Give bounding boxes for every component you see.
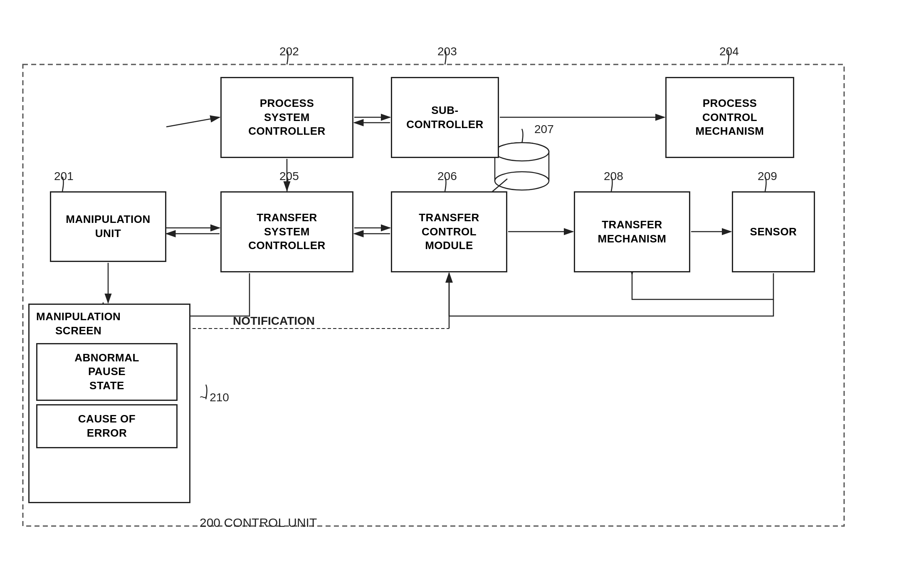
transfer-control-module-box: TRANSFERCONTROLMODULE [391,191,507,272]
ref-207: 207 [534,123,554,136]
transfer-mechanism-label: TRANSFERMECHANISM [598,218,667,246]
ref-205: 205 [279,170,299,183]
ref-201: 201 [54,170,74,183]
notification-label: NOTIFICATION [233,314,315,328]
transfer-system-controller-label: TRANSFERSYSTEMCONTROLLER [248,211,326,253]
ref-203: 203 [437,45,457,58]
svg-point-16 [495,172,549,190]
ref-208: 208 [604,170,623,183]
transfer-mechanism-box: TRANSFERMECHANISM [574,191,690,272]
sub-controller-label: SUB-CONTROLLER [406,104,484,132]
ref-204: 204 [719,45,739,58]
ref-206: 206 [437,170,457,183]
cause-of-error-label: CAUSE OFERROR [78,413,136,439]
svg-line-3 [166,117,220,127]
diagram: PROCESS SYSTEM CONTROLLER SUB-CONTROLLER… [0,0,899,588]
ref-209: 209 [758,170,777,183]
process-control-mechanism-box: PROCESSCONTROLMECHANISM [665,77,794,158]
manipulation-screen-box: MANIPULATIONSCREEN ABNORMALPAUSESTATE CA… [28,304,190,503]
manipulation-screen-label: MANIPULATIONSCREEN [36,310,121,338]
transfer-control-module-label: TRANSFERCONTROLMODULE [419,211,479,253]
process-control-mechanism-label: PROCESSCONTROLMECHANISM [696,96,764,138]
svg-rect-13 [495,152,549,181]
control-unit-label: 200 CONTROL UNIT [200,516,317,530]
manipulation-unit-box: MANIPULATIONUNIT [50,191,166,262]
process-system-controller-box: PROCESS SYSTEM CONTROLLER [220,77,353,158]
transfer-system-controller-box: TRANSFERSYSTEMCONTROLLER [220,191,353,272]
manipulation-unit-label: MANIPULATIONUNIT [66,212,150,241]
abnormal-pause-state-label: ABNORMALPAUSESTATE [74,351,139,392]
sensor-box: SENSOR [732,191,815,272]
ref-202: 202 [279,45,299,58]
svg-point-12 [495,143,549,161]
sensor-label: SENSOR [750,225,797,239]
sub-controller-box: SUB-CONTROLLER [391,77,499,158]
process-system-controller-label: PROCESS SYSTEM CONTROLLER [248,96,326,138]
ref-210: ~ 210 [200,391,229,404]
svg-point-17 [495,143,549,161]
